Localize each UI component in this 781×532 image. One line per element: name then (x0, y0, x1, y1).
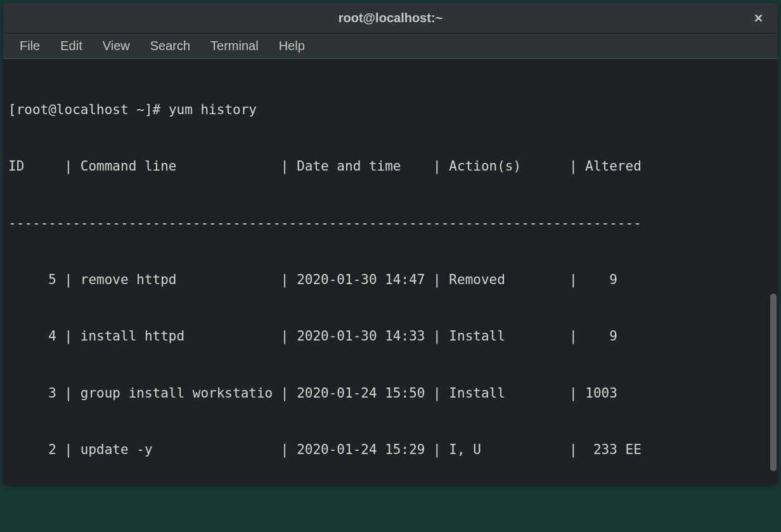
table-header: ID | Command line | Date and time | Acti… (8, 157, 773, 176)
menubar: File Edit View Search Terminal Help (3, 34, 778, 59)
menu-view[interactable]: View (93, 35, 140, 57)
table-row: 4 | install httpd | 2020-01-30 14:33 | I… (8, 327, 773, 346)
menu-terminal[interactable]: Terminal (200, 35, 269, 57)
terminal-window: root@localhost:~ ✕ File Edit View Search… (3, 3, 778, 485)
menu-help[interactable]: Help (269, 35, 315, 57)
titlebar: root@localhost:~ ✕ (3, 3, 778, 34)
table-row: 3 | group install workstatio | 2020-01-2… (8, 384, 773, 403)
command: yum history (169, 102, 257, 117)
terminal-body[interactable]: [root@localhost ~]# yum history ID | Com… (3, 59, 778, 485)
prompt: [root@localhost ~]# (8, 102, 169, 117)
table-row: 5 | remove httpd | 2020-01-30 14:47 | Re… (8, 271, 773, 290)
scrollbar[interactable] (770, 294, 777, 471)
table-row: 2 | update -y | 2020-01-24 15:29 | I, U … (8, 441, 773, 460)
menu-file[interactable]: File (10, 35, 50, 57)
close-icon[interactable]: ✕ (749, 9, 768, 28)
command-line-1: [root@localhost ~]# yum history (8, 101, 773, 120)
menu-search[interactable]: Search (140, 35, 200, 57)
menu-edit[interactable]: Edit (50, 35, 92, 57)
window-title: root@localhost:~ (339, 11, 443, 25)
table-separator: ----------------------------------------… (8, 214, 773, 233)
